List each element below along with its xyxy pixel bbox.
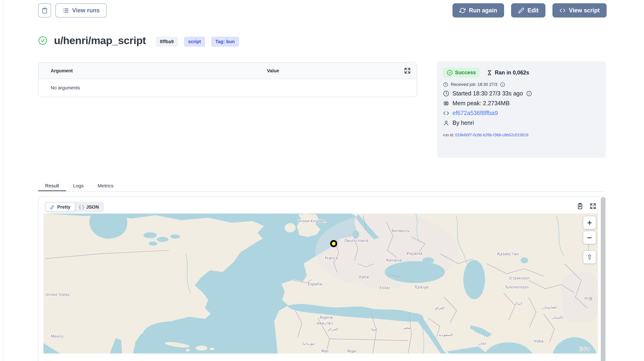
result-card: Pretty { } JSON	[38, 196, 606, 361]
map-label: العراق	[435, 306, 444, 310]
map-label: Беларусь	[392, 229, 410, 233]
tab-divider	[38, 191, 606, 192]
tab-result[interactable]: Result	[38, 180, 66, 191]
code-icon	[443, 110, 449, 116]
expand-result-icon[interactable]	[589, 203, 596, 210]
started-line: Started 18:30 27/3 33s ago	[443, 90, 600, 97]
map-zoom-in-button[interactable]: +	[583, 216, 596, 229]
map-label: Mali	[321, 349, 328, 353]
map-label: 中国	[584, 296, 592, 301]
map-label: الجزائر	[327, 327, 338, 332]
page-title: u/henri/map_script	[54, 34, 146, 47]
received-job-label: Received job: 18:30 27/3	[451, 82, 497, 87]
brush-icon	[50, 204, 55, 210]
person-icon	[443, 120, 449, 126]
info-icon[interactable]	[500, 82, 505, 87]
pencil-icon	[518, 7, 524, 13]
view-script-button[interactable]: View script	[552, 3, 607, 17]
no-arguments-text: No arguments	[51, 85, 80, 90]
pretty-toggle[interactable]: Pretty	[46, 203, 75, 211]
tab-logs[interactable]: Logs	[66, 180, 91, 191]
delete-button[interactable]	[38, 3, 51, 17]
result-view-toggle: Pretty { } JSON	[44, 202, 104, 212]
job-run-page: View runs Run again Edit View script u/h	[0, 0, 644, 361]
script-hash-link[interactable]: ef672a536f8ffba9	[452, 110, 498, 116]
status-label: Success	[455, 69, 476, 76]
memory-icon	[443, 100, 449, 106]
job-info-panel: Success Ran in 0,062s Received job: 18:3…	[437, 61, 606, 158]
json-toggle[interactable]: { } JSON	[75, 203, 103, 211]
result-map[interactable]: United KingdomБеларусьУкраїнаFranceDeuts…	[44, 214, 598, 354]
script-badge[interactable]: script	[184, 37, 205, 47]
view-runs-button[interactable]: View runs	[55, 3, 107, 17]
map-label: France	[325, 256, 338, 260]
info-icon[interactable]	[526, 91, 532, 96]
map-label: România	[386, 258, 402, 263]
mem-peak-label: Mem peak: 2.2734MB	[452, 100, 510, 107]
arguments-table-header: Argument Value	[38, 63, 417, 79]
toolbar-right: Run again Edit View script	[452, 3, 607, 17]
by-user-line: By henri	[443, 119, 600, 126]
toolbar-left: View runs	[38, 3, 107, 17]
map-label: United States	[46, 293, 70, 297]
map-label: Ελλάς	[380, 286, 390, 290]
map-marker[interactable]	[331, 241, 336, 246]
received-job-line: Received job: 18:30 27/3	[443, 82, 600, 87]
json-label: JSON	[86, 204, 99, 210]
edit-label: Edit	[528, 7, 538, 14]
ran-in-label: Ran in 0,062s	[495, 69, 529, 76]
run-id-link[interactable]: 018e80f7-0c6b-b26b-f366-c8b52c015616	[455, 133, 528, 137]
map-label: Қазақстан	[497, 252, 519, 256]
map-label: پاکستان	[552, 315, 564, 320]
clock-icon	[443, 82, 448, 87]
column-value: Value	[267, 68, 279, 73]
map-label: Algérie	[320, 315, 333, 320]
started-label: Started 18:30 27/3 33s ago	[452, 90, 523, 97]
map-label: India	[534, 339, 544, 344]
sidebar-edge-line	[3, 0, 3, 361]
trash-icon	[41, 7, 48, 14]
refresh-icon	[460, 7, 466, 13]
badges: 8ffba9 script Tag: bun	[156, 37, 239, 47]
by-user-label: By henri	[452, 119, 474, 126]
expand-table-icon[interactable]	[404, 67, 411, 74]
success-check-icon	[38, 36, 48, 45]
map-label: ليبيا	[372, 327, 377, 331]
map-label: O'zbekiston	[509, 276, 530, 281]
map-label: Italia	[359, 275, 368, 279]
map-label: Türkiye	[414, 285, 429, 290]
mem-peak-line: Mem peak: 2.2734MB	[443, 100, 600, 107]
hourglass-icon	[486, 70, 492, 76]
map-label: موريتانيا	[303, 342, 314, 346]
script-hash-line: ef672a536f8ffba9	[443, 110, 600, 116]
map-label: افغانستان	[542, 305, 557, 310]
result-tabs: Result Logs Metrics	[38, 180, 606, 191]
pretty-label: Pretty	[57, 204, 70, 210]
map-label: United Kingdom	[298, 219, 326, 223]
run-id-line: run id: 018e80f7-0c6b-b26b-f366-c8b52c01…	[443, 133, 600, 137]
map-svg: United KingdomБеларусьУкраїнаFranceDeuts…	[44, 214, 598, 354]
map-label: ⵍⵣⵣⴰⵢⴻⵔ	[317, 322, 333, 325]
map-label: السعودية	[439, 333, 453, 337]
edit-button[interactable]: Edit	[511, 3, 546, 17]
map-label: España	[308, 282, 322, 286]
run-id-label: run id:	[443, 133, 454, 137]
run-again-button[interactable]: Run again	[452, 3, 504, 17]
map-label: Україна	[406, 251, 422, 256]
tag-badge[interactable]: Tag: bun	[211, 37, 239, 47]
run-again-label: Run again	[469, 7, 497, 14]
map-label: Niger	[347, 349, 357, 353]
result-card-icons	[576, 203, 596, 210]
map-label: ایران	[514, 301, 522, 306]
copy-result-icon[interactable]	[576, 203, 584, 210]
map-label: Turkmenistan	[504, 285, 529, 289]
result-scrollbar[interactable]	[601, 197, 605, 361]
map-label: México	[51, 335, 63, 339]
clock-icon	[443, 90, 449, 97]
map-label: မြန်မာ	[579, 347, 590, 351]
map-zoom-out-button[interactable]: −	[583, 231, 596, 244]
map-home-button[interactable]: ⇧	[583, 251, 596, 264]
view-runs-label: View runs	[72, 7, 100, 14]
tab-metrics[interactable]: Metrics	[91, 180, 120, 191]
title-row: u/henri/map_script 8ffba9 script Tag: bu…	[38, 34, 239, 47]
